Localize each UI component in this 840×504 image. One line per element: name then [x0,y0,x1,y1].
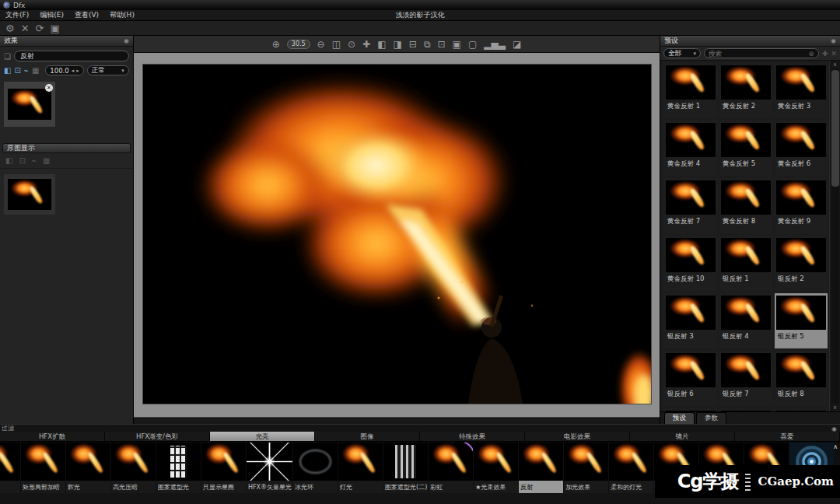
menu-edit[interactable]: 编辑(E) [34,10,69,20]
preset-item[interactable]: 银反射 7 [719,351,772,406]
preset-item[interactable]: 银反射 5 [775,293,828,348]
flash-icon[interactable]: ⌁ [24,67,29,75]
preset-item[interactable] [775,408,828,411]
fit-view-icon[interactable]: ▣ [50,23,59,33]
filter-category-tab[interactable]: HFX扩散 [0,432,105,441]
filter-category-tab[interactable]: HFX渐变/色彩 [105,432,210,441]
filter-item[interactable]: 辉光 [66,443,110,493]
zoom-level[interactable]: 30.5 [287,40,310,49]
filter-item[interactable]: 彩虹 [429,443,473,493]
delete-icon[interactable]: ✕ [21,23,30,33]
filter-item[interactable]: 柔和的灯光 [609,443,653,493]
filter-category-tab[interactable]: 光亮 [210,432,315,441]
preset-search-input[interactable] [709,50,806,58]
preset-item[interactable]: 银反射 6 [664,351,717,406]
filter-item[interactable]: 只显示星圈 [201,443,246,493]
remove-effect-icon[interactable]: ✕ [45,84,53,92]
filter-item[interactable]: 图案遮型光 [156,443,201,493]
preset-item[interactable]: 银反射 8 [775,351,828,406]
panel-menu-icon[interactable]: ◉ [831,37,836,44]
viewer-canvas[interactable] [134,53,660,417]
histogram-icon[interactable]: ▂▅▃ [484,40,506,49]
filter-item[interactable]: 图案遮型光(二) [383,443,428,493]
stepper-left-icon[interactable]: ◂ [72,68,75,74]
preset-item[interactable]: 黄金反射 7 [664,178,717,233]
preset-item[interactable] [719,408,772,411]
region-select-icon[interactable]: ▢ [468,40,477,49]
preset-search[interactable]: ⊗ [704,48,819,58]
mask-icon[interactable]: ◧ [4,67,11,75]
preset-scrollbar[interactable]: ∧ ∨ [829,61,840,411]
display-icon[interactable]: ⊡ [14,67,20,75]
preset-item[interactable]: 黄金反射 8 [719,178,772,233]
filter-item[interactable]: 反射 [519,443,563,493]
remove-preset-icon[interactable]: ✕ [831,50,837,58]
stepper-right-icon[interactable]: ▸ [76,68,79,74]
preset-item[interactable]: 黄金反射 6 [775,121,828,176]
opacity-stepper[interactable]: 100.0 ◂ ▸ [45,65,83,75]
split-vertical-icon[interactable]: ◧ [377,40,386,49]
filter-item[interactable]: 灯光 [338,443,383,493]
preset-item[interactable]: 黄金反射 4 [664,121,717,176]
preset-tab[interactable]: 预设 [664,412,695,424]
filter-item[interactable]: HFX®矢量星光 [247,443,292,493]
preset-item[interactable]: 黄金反射 9 [775,178,828,233]
menu-help[interactable]: 帮助(H) [104,10,140,20]
preset-item[interactable]: 黄金反射 10 [664,236,717,291]
preset-category-select[interactable]: 全部 ▾ [663,48,701,58]
pan-icon[interactable]: ✚ [362,40,370,49]
scroll-down-icon[interactable]: ∨ [833,404,837,411]
filter-category-tab[interactable]: 特殊效果 [420,432,525,441]
preset-tab[interactable]: 参数 [696,412,726,424]
original-thumbnail[interactable] [4,174,55,215]
filter-item[interactable] [0,443,20,493]
preset-item[interactable]: 银反射 1 [719,236,772,291]
blend-mode-select[interactable]: 正常 ▾ [87,65,129,75]
preset-item[interactable] [664,408,717,411]
preset-item[interactable]: 黄金反射 1 [664,63,717,118]
panel-menu-icon[interactable]: ◉ [831,425,837,432]
scroll-track[interactable] [831,68,839,404]
split-horizontal-icon[interactable]: ◨ [393,40,401,49]
filter-item[interactable]: 冰光环 [293,443,338,493]
filter-item[interactable]: 高光压暗 [111,443,156,493]
preset-item[interactable]: 银反射 3 [664,293,717,348]
filter-item[interactable]: 加光效果 [564,443,608,493]
effect-layer-thumbnail[interactable]: ✕ [4,82,55,127]
duplicate-view-icon[interactable]: ⧉ [424,40,431,49]
panel-menu-icon[interactable]: ◉ [124,37,129,44]
settings-icon[interactable]: ⚙ [5,23,15,33]
filter-category-tab[interactable]: 图像 [315,432,420,441]
clear-search-icon[interactable]: ⊗ [808,50,814,58]
filter-category-tab[interactable]: 喜爱 [735,432,840,441]
filter-item[interactable]: ★光束效果 [474,443,518,493]
preview-monitor-icon[interactable]: ▣ [453,40,461,49]
compare-icon[interactable]: ◪ [513,40,521,49]
zoom-in-icon[interactable]: ⊕ [272,40,280,49]
preset-item[interactable]: 黄金反射 3 [775,63,828,118]
menu-file[interactable]: 文件(F) [0,10,34,20]
filter-category-tab[interactable]: 电影效果 [525,432,630,441]
scroll-up-icon[interactable]: ∧ [833,61,837,68]
preset-item[interactable]: 黄金反射 2 [719,63,772,118]
preset-item[interactable]: 银反射 4 [719,293,772,348]
viewer-scroll-strip[interactable] [134,417,660,424]
filter-item[interactable]: 矩形局部加暗 [21,443,65,493]
magnifier-icon[interactable]: ⊙ [348,40,355,49]
split-top-icon[interactable]: ⊟ [409,40,417,49]
preset-item[interactable]: 银反射 2 [775,236,828,291]
preset-item[interactable]: 黄金反射 5 [719,121,772,176]
original-display-bar[interactable]: 原图显示 [2,143,131,153]
menu-view[interactable]: 查看(V) [69,10,104,20]
effect-name-field[interactable] [14,51,129,61]
add-preset-icon[interactable]: ✚ [822,50,828,58]
snapshot-icon[interactable]: ⊡ [437,40,445,49]
filter-category-tab[interactable]: 镜片 [630,432,735,441]
scroll-thumb[interactable] [831,70,839,187]
preset-thumb-image [776,353,826,387]
zoom-out-icon[interactable]: ⊖ [317,40,325,49]
fit-page-icon[interactable]: ◫ [332,40,341,49]
refresh-icon[interactable]: ⟳ [36,23,44,33]
grid-icon[interactable]: ▦ [32,67,39,75]
filmstrip-scroll-icon[interactable]: ∧ [833,443,838,450]
